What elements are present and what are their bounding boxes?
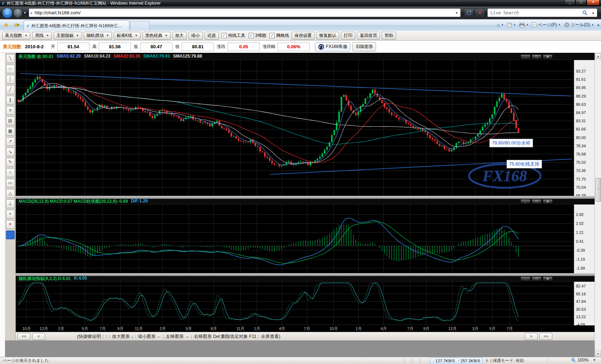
panel-close-button[interactable]: x	[543, 199, 553, 205]
text-note-tool[interactable]: ▤	[6, 117, 15, 125]
triangle-tool[interactable]: △	[6, 189, 15, 198]
menu-2[interactable]: 周线▼	[32, 32, 52, 40]
view-button-2[interactable]: 缩小	[189, 32, 203, 40]
zoom-level: 100%	[577, 358, 588, 363]
customer-service-button[interactable]: FX168客服	[315, 42, 350, 51]
minimize-button[interactable]: _	[565, 0, 575, 5]
y-axis-label: 82.47	[576, 284, 586, 288]
upload-arrow-icon: ↑	[458, 359, 460, 363]
quote-field-label: 涨跌幅	[263, 44, 275, 50]
panel-maximize-button[interactable]: □	[532, 199, 542, 205]
page-menu[interactable]: ページ(P)▼	[532, 22, 561, 28]
chart-annotation[interactable]: 79.80/80.00分水岭	[489, 139, 533, 147]
action-button-4[interactable]: 返回首页	[357, 32, 380, 40]
add-favorite-icon[interactable]: ★✚	[14, 21, 19, 28]
search-options-icon[interactable]: ▼	[592, 11, 594, 15]
panel-maximize-button[interactable]: □	[532, 54, 542, 60]
back-button[interactable]: ←	[2, 8, 13, 18]
arrow-up-tool[interactable]: ↗	[6, 137, 15, 146]
more-commands-chevron[interactable]: »	[597, 23, 600, 28]
drawing-tool-palette: ╲─│╱∥≡▤▦↗↘✎○▭△⊥+✕	[5, 53, 16, 340]
feeds-button[interactable]: ▼	[507, 23, 516, 28]
stop-button[interactable]: ✕	[475, 8, 485, 18]
new-tab-stub[interactable]	[130, 21, 150, 31]
maximize-button[interactable]: □	[576, 0, 586, 5]
legacy-chart-button[interactable]: 旧版图形	[352, 42, 376, 51]
action-button-5[interactable]: 帮助	[382, 32, 396, 40]
y-axis-label: 70.04	[576, 185, 586, 190]
horizontal-line-tool[interactable]: ─	[6, 65, 15, 73]
cross-tool[interactable]: +	[6, 210, 15, 218]
favorites-star-icon[interactable]: ★	[4, 21, 9, 28]
browser-tab-active[interactable]: e 外汇图形-k线图-外汇行情-外汇牌价-fx168外汇...	[24, 20, 130, 31]
x-axis-label: 7月	[407, 326, 413, 331]
scroll-next-button[interactable]: >	[525, 333, 538, 340]
legend-item: K:4.05	[74, 276, 87, 282]
tools-menu[interactable]: ツール(O)▼	[564, 22, 594, 28]
stochastic-plot[interactable]	[16, 282, 574, 325]
gear-icon	[564, 22, 570, 28]
scrollbar-thumb[interactable]: ≡	[595, 178, 601, 202]
checkbox-mark: ✓	[221, 33, 227, 38]
view-button-1[interactable]: 放大	[172, 32, 187, 40]
checkbox-1[interactable]: ✓画线工具	[221, 33, 245, 39]
vertical-scrollbar[interactable]: ▲ ≡ ▼	[595, 53, 601, 357]
main-plot[interactable]: FX168 79.80/80.00分水岭75.60长线支持	[16, 60, 574, 196]
menu-3[interactable]: 主图指标▼	[54, 32, 82, 40]
scroll-up-arrow[interactable]: ▲	[595, 53, 601, 59]
search-icon[interactable]	[582, 10, 588, 16]
trend-line-tool[interactable]: ╲	[6, 54, 15, 63]
checkbox-3[interactable]: ✓网格线	[269, 33, 289, 39]
close-button[interactable]: ✕	[587, 0, 600, 5]
print-button[interactable]: ▼	[519, 23, 529, 28]
checkbox-label: 3维图	[255, 33, 267, 39]
panel-minimize-button[interactable]: _	[521, 54, 531, 60]
panel-minimize-button[interactable]: _	[521, 276, 531, 282]
menu-6[interactable]: 黑色经典▼	[142, 32, 171, 40]
x-axis-label: 7月	[507, 326, 513, 331]
scroll-prev-button[interactable]: <	[32, 333, 45, 340]
scroll-down-arrow[interactable]: ▼	[595, 351, 601, 356]
forward-button[interactable]: →	[13, 9, 22, 18]
panel-minimize-button[interactable]: _	[521, 199, 531, 205]
panel-close-button[interactable]: x	[543, 276, 553, 282]
chart-annotation[interactable]: 75.60长线支持	[507, 160, 542, 168]
history-dropdown-icon[interactable]: ▼	[23, 11, 26, 15]
ellipse-tool[interactable]: ○	[6, 168, 15, 177]
panel-splitter[interactable]	[16, 273, 595, 276]
scroll-last-button[interactable]: >>	[539, 333, 552, 340]
address-bar[interactable]: e http://chart.fx168.com/ ▼	[29, 8, 461, 17]
panel-close-button[interactable]: x	[543, 54, 553, 60]
zoom-dropdown-icon[interactable]: ▼	[593, 358, 596, 362]
pencil-tool[interactable]: ✎	[6, 158, 15, 167]
ie-logo-icon: e	[2, 1, 4, 6]
zoom-control[interactable]: 100% ▼	[571, 358, 596, 363]
menu-1[interactable]: 美元指数▼	[2, 32, 30, 40]
parallel-channel-tool[interactable]: ∥	[6, 96, 15, 104]
view-button-3[interactable]: 还原	[205, 32, 219, 40]
delete-tool[interactable]: ✕	[6, 220, 15, 229]
y-axis-label: 80.00	[576, 136, 586, 140]
scroll-first-button[interactable]: <<	[18, 333, 30, 340]
macd-plot[interactable]	[16, 205, 574, 273]
action-button-1[interactable]: 保存设置	[292, 32, 314, 40]
action-button-3[interactable]: 打印	[341, 32, 355, 40]
protected-mode-text: ト | 保護モード: 有効	[485, 358, 524, 363]
arrow-down-tool[interactable]: ↘	[6, 148, 15, 156]
menu-4[interactable]: 随机摆动▼	[84, 32, 112, 40]
vertical-line-tool[interactable]: │	[6, 75, 15, 84]
ray-line-tool[interactable]: ╱	[6, 85, 15, 94]
rectangle-tool[interactable]: ▭	[6, 179, 15, 187]
grid-tool[interactable]: ▦	[6, 127, 15, 136]
panel-maximize-button[interactable]: □	[532, 276, 542, 282]
fibonacci-lines-tool[interactable]: ≡	[6, 106, 15, 115]
refresh-button[interactable]	[464, 8, 474, 18]
pitchfork-tool[interactable]: ⊥	[6, 200, 15, 208]
checkbox-2[interactable]: ✓3维图	[249, 33, 267, 39]
search-box[interactable]: Live Search ▼	[487, 8, 597, 17]
home-button[interactable]: ⌂▼	[497, 22, 504, 28]
action-button-2[interactable]: 恢复默认	[316, 32, 339, 40]
color-swatch[interactable]	[6, 231, 15, 239]
address-dropdown-icon[interactable]: ▼	[455, 11, 458, 15]
menu-5[interactable]: 标准K线▼	[114, 32, 141, 40]
